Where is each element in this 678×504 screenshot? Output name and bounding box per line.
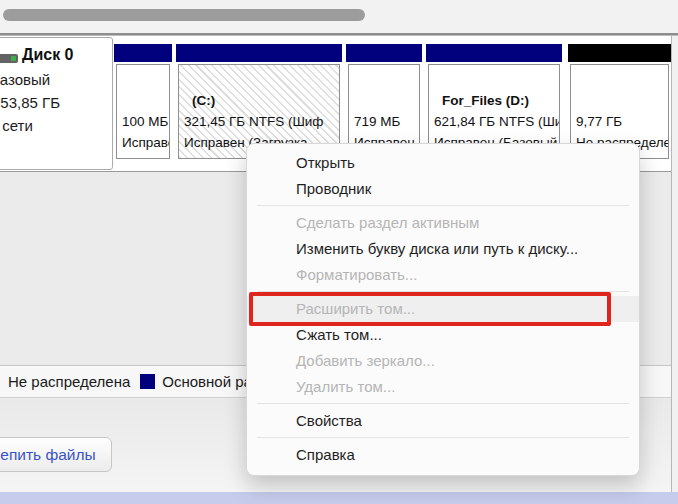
legend-unallocated-label: Не распределена <box>8 373 130 390</box>
partition-header-bar <box>568 44 671 62</box>
pin-files-button[interactable]: епить файлы <box>0 437 112 472</box>
menu-item[interactable]: Изменить букву диска или путь к диску... <box>247 236 639 262</box>
menu-separator <box>257 403 629 404</box>
partition-cell[interactable]: 100 МБИсправен <box>114 44 172 163</box>
menu-item: Добавить зеркало... <box>247 348 639 374</box>
disk-title: Диск 0 <box>22 46 73 64</box>
disk-management-window: Диск 0 Базовый 953,85 ГБ В сети 100 МБИс… <box>0 0 678 504</box>
menu-item: Форматировать... <box>247 262 639 288</box>
hard-disk-icon <box>0 54 18 63</box>
menu-item[interactable]: Открыть <box>247 150 639 176</box>
menu-item[interactable]: Справка <box>247 442 639 468</box>
taskbar[interactable] <box>0 492 678 504</box>
menu-item: Расширить том... <box>247 296 639 322</box>
partition-header-bar <box>114 44 172 62</box>
partition-header-bar <box>346 44 422 62</box>
red-highlight-box <box>249 292 611 326</box>
partition-name: For_Files (D:) <box>434 90 559 111</box>
menu-separator <box>257 291 629 292</box>
menu-item: Удалить том... <box>247 374 639 400</box>
disk-size: 953,85 ГБ <box>0 94 60 111</box>
disk0-info-panel: Диск 0 Базовый 953,85 ГБ В сети <box>0 37 113 170</box>
partition-header-bar <box>426 44 562 62</box>
horizontal-scrollbar-thumb[interactable] <box>3 9 365 21</box>
disk-status: В сети <box>0 117 33 134</box>
menu-separator <box>257 437 629 438</box>
partition-size-line: 9,77 ГБ <box>576 111 668 132</box>
menu-item[interactable]: Свойства <box>247 408 639 434</box>
partition-size-line: 100 МБ <box>122 111 169 132</box>
menu-item: Сделать раздел активным <box>247 210 639 236</box>
partition-size-line: 719 МБ <box>354 111 419 132</box>
partition-status-line: Исправен <box>122 132 169 153</box>
partition-size-line: 621,84 ГБ NTFS (Шифр <box>434 111 559 132</box>
partition-body[interactable]: 100 МБИсправен <box>116 64 170 159</box>
menu-item[interactable]: Проводник <box>247 176 639 202</box>
horizontal-scrollbar-track[interactable] <box>0 0 678 33</box>
menu-item[interactable]: Сжать том... <box>247 322 639 348</box>
legend-primary-swatch <box>140 374 155 389</box>
partition-name: (C:) <box>184 90 339 111</box>
menu-separator <box>257 205 629 206</box>
partition-header-bar <box>176 44 342 62</box>
disk-type: Базовый <box>0 71 50 88</box>
partition-context-menu: ОткрытьПроводникСделать раздел активнымИ… <box>246 143 640 476</box>
partition-size-line: 321,45 ГБ NTFS (Шиф <box>184 111 339 132</box>
window-right-edge <box>671 36 678 492</box>
